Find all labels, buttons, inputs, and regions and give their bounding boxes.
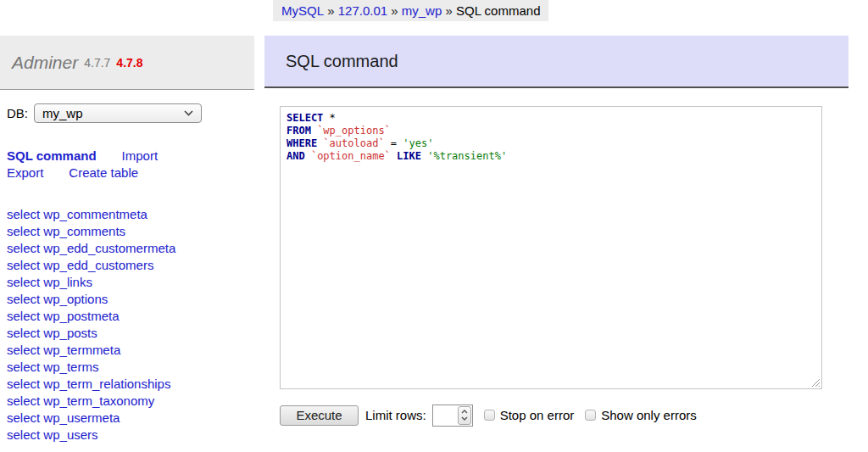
- sql-token-plain: =: [385, 137, 403, 149]
- checkbox-group-show-only-errors: Show only errors: [585, 408, 697, 422]
- breadcrumb-item-127-0-01[interactable]: 127.0.01: [338, 3, 387, 18]
- db-selector-row: DB: my_wp: [7, 103, 202, 123]
- breadcrumb-item-sql-command: SQL command: [456, 3, 541, 18]
- db-select[interactable]: my_wp: [34, 103, 202, 123]
- checkbox-group-stop-on-error: Stop on error: [484, 408, 575, 422]
- table-link-wp_options[interactable]: wp_options: [43, 292, 108, 306]
- table-select-link-wp_options[interactable]: select: [7, 292, 40, 306]
- execute-button[interactable]: Execute: [280, 405, 359, 426]
- table-row-wp_commentmeta: select wp_commentmeta: [7, 206, 175, 223]
- spinner-up-icon[interactable]: [461, 410, 468, 414]
- table-select-link-wp_links[interactable]: select: [7, 275, 40, 289]
- table-row-wp_users: select wp_users: [7, 427, 175, 444]
- breadcrumb-item-my-wp[interactable]: my_wp: [402, 3, 442, 18]
- sql-code: SELECT * FROM `wp_options` WHERE `autolo…: [281, 107, 821, 168]
- sql-token-identifier: `option_name`: [311, 150, 391, 162]
- table-link-wp_term_relationships[interactable]: wp_term_relationships: [43, 377, 170, 391]
- table-link-wp_termmeta[interactable]: wp_termmeta: [43, 343, 120, 357]
- table-select-link-wp_commentmeta[interactable]: select: [7, 207, 40, 221]
- db-select-value: my_wp: [42, 106, 83, 120]
- table-link-wp_postmeta[interactable]: wp_postmeta: [43, 309, 119, 323]
- checkbox-label-stop-on-error[interactable]: Stop on error: [500, 408, 575, 422]
- limit-rows-label: Limit rows:: [365, 408, 426, 422]
- breadcrumb-item-mysql[interactable]: MySQL: [281, 3, 324, 18]
- sidebar-link-import[interactable]: Import: [122, 148, 159, 165]
- sql-token-keyword: AND: [287, 150, 305, 162]
- table-select-link-wp_comments[interactable]: select: [7, 224, 40, 238]
- sql-editor[interactable]: SELECT * FROM `wp_options` WHERE `autolo…: [280, 106, 822, 389]
- sidebar-link-sql-command[interactable]: SQL command: [7, 148, 97, 165]
- limit-rows-input[interactable]: [432, 405, 473, 427]
- table-row-wp_postmeta: select wp_postmeta: [7, 308, 175, 325]
- version-label: 4.7.7: [84, 56, 110, 70]
- sql-token-plain: [305, 150, 311, 162]
- checkbox-options: Stop on errorShow only errors: [484, 408, 708, 422]
- sql-token-string: 'yes': [403, 137, 433, 149]
- checkbox-label-show-only-errors[interactable]: Show only errors: [601, 408, 697, 422]
- sidebar-nav-row: SQL commandImport: [7, 148, 158, 165]
- sql-token-plain: [391, 150, 397, 162]
- tables-list: select wp_commentmetaselect wp_commentss…: [7, 206, 175, 444]
- sql-token-identifier: `wp_options`: [317, 125, 391, 137]
- table-select-link-wp_postmeta[interactable]: select: [7, 309, 40, 323]
- table-select-link-wp_users[interactable]: select: [7, 427, 40, 442]
- breadcrumb-separator: »: [387, 3, 402, 18]
- table-row-wp_options: select wp_options: [7, 291, 175, 308]
- table-link-wp_term_taxonomy[interactable]: wp_term_taxonomy: [43, 393, 154, 408]
- breadcrumb-separator: »: [324, 3, 338, 18]
- sql-token-keyword: LIKE: [397, 150, 421, 162]
- table-select-link-wp_edd_customers[interactable]: select: [7, 258, 40, 272]
- table-row-wp_termmeta: select wp_termmeta: [7, 342, 175, 359]
- adminer-logo-link[interactable]: Adminer: [12, 53, 78, 73]
- editor-controls: Execute Limit rows: Stop on errorShow on…: [280, 404, 708, 427]
- table-select-link-wp_edd_customermeta[interactable]: select: [7, 241, 40, 255]
- table-select-link-wp_posts[interactable]: select: [7, 326, 40, 340]
- sql-token-keyword: FROM: [287, 125, 311, 137]
- table-link-wp_usermeta[interactable]: wp_usermeta: [43, 410, 120, 425]
- chevron-down-icon: [184, 110, 193, 116]
- table-select-link-wp_term_relationships[interactable]: select: [7, 377, 40, 391]
- breadcrumb: MySQL » 127.0.01 » my_wp » SQL command: [273, 0, 548, 21]
- app-header: Adminer 4.7.7 4.7.8: [0, 36, 254, 90]
- table-link-wp_edd_customermeta[interactable]: wp_edd_customermeta: [43, 241, 175, 255]
- table-select-link-wp_termmeta[interactable]: select: [7, 343, 40, 357]
- spinner-down-icon[interactable]: [461, 416, 468, 421]
- sidebar-link-export[interactable]: Export: [7, 165, 43, 181]
- sql-token-identifier: `autoload`: [323, 137, 384, 149]
- page-title: SQL command: [264, 36, 849, 88]
- table-link-wp_comments[interactable]: wp_comments: [43, 224, 125, 238]
- table-row-wp_posts: select wp_posts: [7, 325, 175, 342]
- sql-token-string: '%transient%': [427, 150, 507, 162]
- sql-token-plain: *: [323, 112, 335, 124]
- table-select-link-wp_term_taxonomy[interactable]: select: [7, 393, 40, 408]
- table-select-link-wp_usermeta[interactable]: select: [7, 410, 40, 425]
- number-spinner[interactable]: [458, 406, 471, 425]
- table-row-wp_term_taxonomy: select wp_term_taxonomy: [7, 393, 175, 410]
- table-link-wp_terms[interactable]: wp_terms: [43, 360, 98, 374]
- table-row-wp_links: select wp_links: [7, 274, 175, 291]
- table-select-link-wp_terms[interactable]: select: [7, 360, 40, 374]
- sql-token-keyword: SELECT: [287, 112, 323, 124]
- table-row-wp_usermeta: select wp_usermeta: [7, 410, 175, 427]
- sidebar-link-create-table[interactable]: Create table: [69, 165, 138, 181]
- sidebar-nav: SQL commandImportExportCreate table: [7, 148, 158, 181]
- breadcrumb-separator: »: [442, 3, 456, 18]
- resize-grip-icon[interactable]: [810, 377, 821, 388]
- table-link-wp_posts[interactable]: wp_posts: [43, 326, 97, 340]
- db-label: DB:: [7, 106, 28, 120]
- table-row-wp_term_relationships: select wp_term_relationships: [7, 376, 175, 393]
- new-version-link[interactable]: 4.7.8: [116, 56, 142, 70]
- table-row-wp_edd_customers: select wp_edd_customers: [7, 257, 175, 274]
- table-link-wp_edd_customers[interactable]: wp_edd_customers: [43, 258, 153, 272]
- table-link-wp_links[interactable]: wp_links: [43, 275, 92, 289]
- table-link-wp_commentmeta[interactable]: wp_commentmeta: [43, 207, 147, 221]
- checkbox-stop-on-error[interactable]: [484, 410, 495, 421]
- table-row-wp_terms: select wp_terms: [7, 359, 175, 376]
- sidebar-nav-row: ExportCreate table: [7, 165, 158, 181]
- table-link-wp_users[interactable]: wp_users: [43, 427, 97, 442]
- table-row-wp_comments: select wp_comments: [7, 223, 175, 240]
- sql-token-keyword: WHERE: [287, 137, 317, 149]
- checkbox-show-only-errors[interactable]: [585, 410, 596, 421]
- table-row-wp_edd_customermeta: select wp_edd_customermeta: [7, 240, 175, 257]
